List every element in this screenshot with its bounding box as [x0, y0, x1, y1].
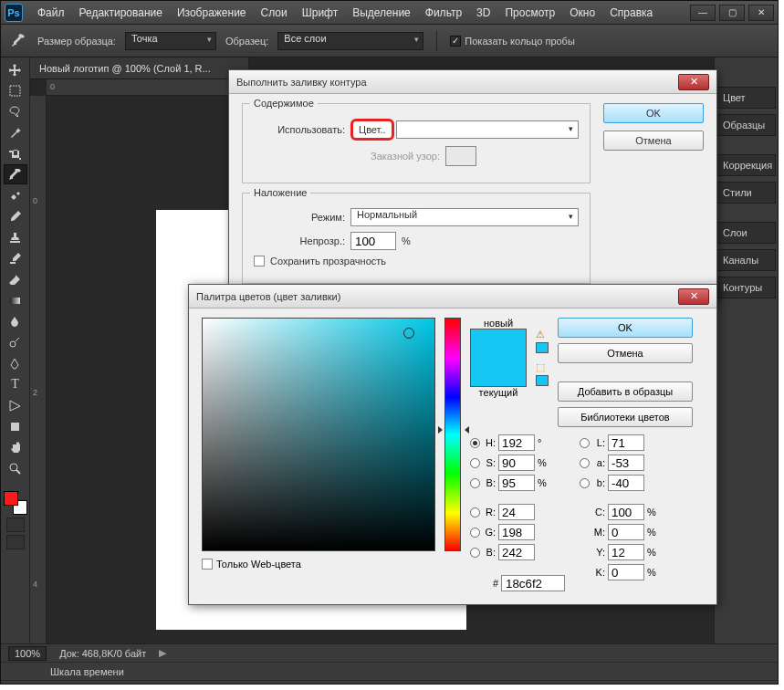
- color-libraries-button[interactable]: Библиотеки цветов: [558, 407, 693, 427]
- menu-select[interactable]: Выделение: [345, 4, 418, 22]
- panel-color[interactable]: Цвет: [716, 87, 776, 109]
- tool-lasso[interactable]: [4, 101, 27, 121]
- lab-b-radio[interactable]: [580, 478, 590, 488]
- tool-marquee[interactable]: [4, 80, 27, 100]
- bv-input[interactable]: [498, 475, 535, 491]
- hue-slider[interactable]: [444, 318, 461, 551]
- fill-dialog-titlebar[interactable]: Выполнить заливку контура ✕: [229, 70, 716, 94]
- panel-adjustments[interactable]: Коррекция: [716, 154, 776, 176]
- tool-eyedropper[interactable]: [4, 164, 27, 184]
- h-input[interactable]: [498, 434, 535, 451]
- b-radio[interactable]: [470, 548, 480, 558]
- tool-zoom[interactable]: [4, 458, 27, 478]
- maximize-button[interactable]: ▢: [719, 5, 745, 21]
- sample-size-select[interactable]: Точка: [125, 32, 216, 50]
- b-input[interactable]: [498, 544, 535, 560]
- y-input[interactable]: [608, 544, 644, 560]
- tool-gradient[interactable]: [4, 290, 27, 310]
- mode-select[interactable]: Нормальный: [350, 208, 579, 226]
- panel-styles[interactable]: Стили: [716, 182, 776, 204]
- g-radio[interactable]: [470, 528, 480, 538]
- tool-blur[interactable]: [4, 311, 27, 331]
- cp-ok-button[interactable]: OK: [558, 318, 693, 338]
- panel-channels[interactable]: Каналы: [716, 249, 776, 271]
- add-to-swatches-button[interactable]: Добавить в образцы: [558, 382, 693, 402]
- show-ring-checkbox[interactable]: ✓ Показать кольцо пробы: [450, 36, 575, 47]
- tool-type[interactable]: T: [4, 374, 27, 394]
- l-input[interactable]: [608, 434, 644, 451]
- a-radio[interactable]: [580, 458, 590, 468]
- websafe-warning-icon[interactable]: ⬚: [536, 361, 549, 372]
- use-select[interactable]: [396, 120, 579, 139]
- tool-dodge[interactable]: [4, 332, 27, 352]
- menu-help[interactable]: Справка: [602, 4, 660, 22]
- k-input[interactable]: [608, 564, 644, 580]
- websafe-swatch[interactable]: [536, 375, 549, 386]
- minimize-button[interactable]: —: [690, 5, 716, 21]
- panel-paths[interactable]: Контуры: [716, 277, 776, 298]
- g-input[interactable]: [498, 524, 535, 540]
- document-tab[interactable]: Новый логотип @ 100% (Слой 1, R...: [30, 58, 249, 79]
- menu-3d[interactable]: 3D: [469, 4, 497, 22]
- s-radio[interactable]: [470, 458, 480, 468]
- color-swatches[interactable]: [4, 491, 27, 515]
- menu-window[interactable]: Окно: [562, 4, 602, 22]
- screenmode-toggle[interactable]: [6, 535, 25, 549]
- ruler-vertical[interactable]: 0 2 4: [30, 96, 47, 645]
- gamut-warning-icon[interactable]: ⚠: [536, 329, 549, 340]
- menu-layers[interactable]: Слои: [254, 4, 295, 22]
- web-only-checkbox[interactable]: Только Web-цвета: [202, 559, 301, 570]
- l-radio[interactable]: [580, 438, 590, 448]
- tool-move[interactable]: [4, 59, 27, 79]
- menu-type[interactable]: Шрифт: [295, 4, 345, 22]
- fill-dialog-close-button[interactable]: ✕: [678, 74, 709, 90]
- panel-layers[interactable]: Слои: [716, 222, 776, 244]
- tool-stamp[interactable]: [4, 227, 27, 247]
- panel-swatches[interactable]: Образцы: [716, 114, 776, 136]
- tool-path[interactable]: [4, 395, 27, 415]
- color-field[interactable]: [202, 318, 435, 551]
- foreground-swatch[interactable]: [4, 491, 18, 506]
- a-input[interactable]: [608, 455, 644, 471]
- zoom-value[interactable]: 100%: [8, 646, 47, 661]
- menu-filter[interactable]: Фильтр: [418, 4, 469, 22]
- hex-input[interactable]: [501, 575, 565, 591]
- tool-shape[interactable]: [4, 416, 27, 436]
- menu-image[interactable]: Изображение: [170, 4, 254, 22]
- menu-view[interactable]: Просмотр: [497, 4, 562, 22]
- tool-hand[interactable]: [4, 437, 27, 457]
- preserve-checkbox[interactable]: [254, 256, 265, 267]
- new-current-swatch[interactable]: [470, 329, 527, 387]
- close-button[interactable]: ✕: [748, 5, 774, 21]
- lab-b-input[interactable]: [608, 475, 644, 491]
- s-input[interactable]: [498, 455, 535, 471]
- h-radio[interactable]: [470, 438, 480, 448]
- fill-cancel-button[interactable]: Отмена: [603, 131, 704, 151]
- r-radio[interactable]: [470, 507, 480, 518]
- use-select-highlighted[interactable]: Цвет..: [350, 119, 394, 141]
- tool-wand[interactable]: [4, 122, 27, 142]
- menu-file[interactable]: Файл: [30, 4, 72, 22]
- quickmask-toggle[interactable]: [6, 518, 25, 532]
- cp-cancel-button[interactable]: Отмена: [558, 343, 693, 363]
- tool-history[interactable]: [4, 248, 27, 268]
- expand-icon[interactable]: ▶: [159, 647, 166, 659]
- new-color-label: новый: [484, 318, 513, 329]
- gamut-swatch[interactable]: [536, 342, 549, 353]
- tool-crop[interactable]: [4, 143, 27, 163]
- fill-ok-button[interactable]: OK: [603, 103, 704, 123]
- r-input[interactable]: [498, 504, 535, 520]
- m-input[interactable]: [608, 524, 644, 540]
- c-input[interactable]: [608, 504, 644, 520]
- timeline-label[interactable]: Шкала времени: [50, 666, 124, 677]
- menu-edit[interactable]: Редактирование: [72, 4, 170, 22]
- tool-pen[interactable]: [4, 353, 27, 373]
- tool-heal[interactable]: [4, 185, 27, 205]
- cp-titlebar[interactable]: Палитра цветов (цвет заливки) ✕: [189, 285, 716, 308]
- sample-select[interactable]: Все слои: [277, 32, 423, 50]
- bv-radio[interactable]: [470, 478, 480, 488]
- tool-eraser[interactable]: [4, 269, 27, 289]
- cp-close-button[interactable]: ✕: [678, 288, 709, 305]
- tool-brush[interactable]: [4, 206, 27, 226]
- opacity-input[interactable]: [350, 232, 396, 250]
